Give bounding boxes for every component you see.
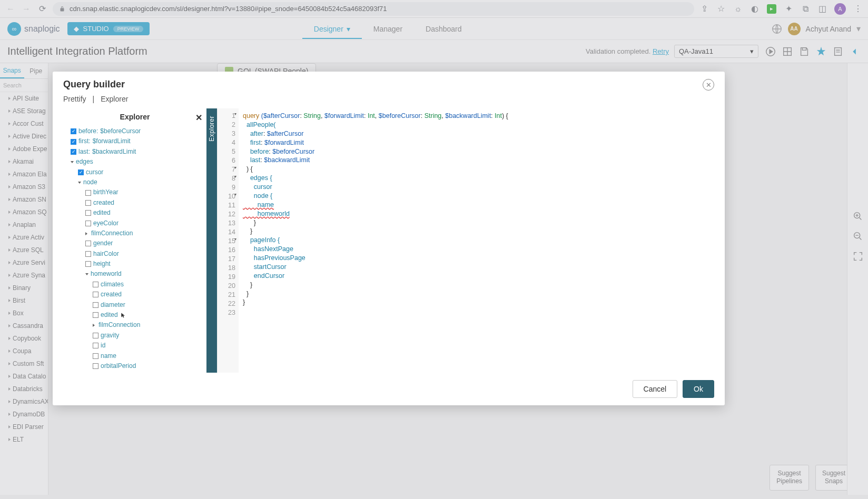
caret-down-icon[interactable]	[71, 161, 74, 163]
explorer-link[interactable]: Explorer	[101, 95, 128, 103]
checkbox-icon[interactable]	[85, 200, 91, 206]
tree-item-hw-created[interactable]: created	[66, 290, 203, 300]
tree-item-hw-name[interactable]: name	[66, 351, 203, 361]
tree-item-first[interactable]: first: $forwardLimit	[66, 136, 203, 146]
checkbox-icon[interactable]	[85, 251, 91, 257]
tree-item-before[interactable]: before: $beforeCursor	[66, 126, 203, 136]
tree-item-height[interactable]: height	[66, 259, 203, 269]
checkbox-icon[interactable]	[85, 221, 91, 226]
tree-item-hw-diameter[interactable]: diameter	[66, 300, 203, 310]
checkbox-icon[interactable]	[93, 363, 98, 369]
tree-item-hw-id[interactable]: id	[66, 341, 203, 351]
tree-item-hw-gravity[interactable]: gravity	[66, 331, 203, 341]
modal-close-button[interactable]: ✕	[703, 79, 714, 91]
checkbox-icon[interactable]	[85, 241, 91, 246]
modal-title: Query builder	[63, 79, 125, 90]
modal-body: Explorer ✕ before: $beforeCursor first: …	[53, 108, 725, 373]
checkbox-icon[interactable]	[93, 353, 98, 359]
checkbox-icon[interactable]	[71, 149, 76, 155]
tree-item-hw-filmconnection[interactable]: filmConnection	[66, 320, 203, 330]
tree-item-cursor[interactable]: cursor	[66, 167, 203, 177]
cursor-icon	[120, 312, 126, 318]
tree-item-filmconnection[interactable]: filmConnection	[66, 228, 203, 238]
explorer-close-button[interactable]: ✕	[195, 113, 202, 123]
prettify-link[interactable]: Prettify	[63, 95, 86, 103]
ok-button[interactable]: Ok	[683, 380, 714, 398]
code-area[interactable]: query ($afterCursor: String, $forwardLim…	[239, 108, 714, 373]
tree-item-node[interactable]: node	[66, 177, 203, 187]
explorer-header: Explorer ✕	[63, 108, 206, 125]
tree-item-edited[interactable]: edited	[66, 208, 203, 218]
checkbox-icon[interactable]	[93, 312, 98, 318]
tree-item-hw-orbitalperiod[interactable]: orbitalPeriod	[66, 361, 203, 371]
checkbox-icon[interactable]	[71, 139, 76, 145]
code-editor[interactable]: 1▾234567▾8▾910▾1112131415▾16171819202122…	[217, 108, 714, 373]
caret-right-icon[interactable]	[93, 324, 96, 327]
tree-item-eyecolor[interactable]: eyeColor	[66, 218, 203, 228]
checkbox-icon[interactable]	[93, 282, 98, 287]
explorer-tree[interactable]: before: $beforeCursor first: $forwardLim…	[63, 125, 206, 373]
tree-item-haircolor[interactable]: hairColor	[66, 249, 203, 259]
checkbox-icon[interactable]	[93, 333, 98, 338]
checkbox-icon[interactable]	[78, 169, 84, 175]
checkbox-icon[interactable]	[71, 128, 76, 134]
tree-item-edges[interactable]: edges	[66, 157, 203, 167]
modal-header: Query builder ✕	[53, 72, 725, 95]
query-builder-modal: Query builder ✕ Prettify | Explorer Expl…	[53, 72, 725, 405]
explorer-panel: Explorer ✕ before: $beforeCursor first: …	[63, 108, 206, 373]
tree-item-hw-climates[interactable]: climates	[66, 280, 203, 290]
tree-item-created[interactable]: created	[66, 198, 203, 208]
checkbox-icon[interactable]	[93, 302, 98, 308]
checkbox-icon[interactable]	[85, 190, 91, 196]
checkbox-icon[interactable]	[85, 261, 91, 267]
caret-down-icon[interactable]	[85, 273, 88, 275]
checkbox-icon[interactable]	[93, 292, 98, 297]
caret-down-icon[interactable]	[78, 182, 81, 184]
tree-item-last[interactable]: last: $backwardLimit	[66, 147, 203, 157]
modal-footer: Cancel Ok	[53, 373, 725, 405]
modal-subheader: Prettify | Explorer	[53, 95, 725, 108]
line-gutter: 1▾234567▾8▾910▾1112131415▾16171819202122…	[218, 108, 239, 373]
tree-item-gender[interactable]: gender	[66, 238, 203, 248]
caret-right-icon[interactable]	[85, 232, 89, 235]
tree-item-hw-edited[interactable]: edited	[66, 310, 203, 320]
explorer-vertical-tab[interactable]: Explorer	[206, 108, 217, 373]
tree-item-birthyear[interactable]: birthYear	[66, 187, 203, 197]
tree-item-homeworld[interactable]: homeworld	[66, 269, 203, 279]
checkbox-icon[interactable]	[85, 210, 91, 216]
checkbox-icon[interactable]	[93, 343, 98, 348]
cancel-button[interactable]: Cancel	[633, 380, 678, 398]
